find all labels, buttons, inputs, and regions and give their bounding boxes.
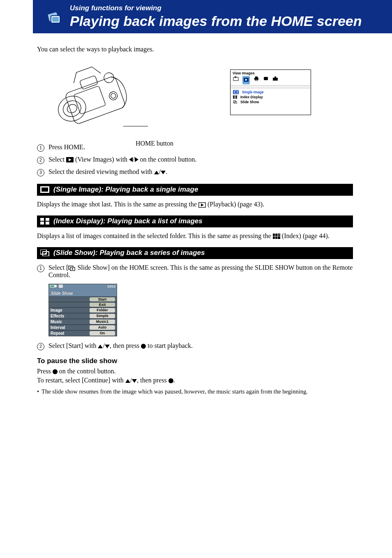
svg-rect-20 bbox=[255, 79, 258, 81]
svg-rect-56 bbox=[56, 285, 57, 287]
up-arrow-icon bbox=[98, 345, 103, 348]
svg-rect-27 bbox=[235, 95, 237, 97]
single-image-heading: (Single Image): Playing back a single im… bbox=[37, 184, 353, 196]
slide-row-effects: EffectsSimple bbox=[49, 313, 117, 319]
slide-show-inline-icon bbox=[68, 266, 76, 271]
svg-rect-57 bbox=[51, 285, 54, 287]
menu-item-single: Single Image bbox=[233, 90, 311, 95]
index-display-heading: (Index Display): Playing back a list of … bbox=[37, 215, 353, 227]
image-counter: 12/12 bbox=[107, 285, 115, 288]
camera-tab-icon bbox=[233, 76, 239, 81]
section-title: Using functions for viewing bbox=[70, 4, 392, 12]
svg-rect-42 bbox=[273, 234, 275, 236]
svg-rect-14 bbox=[233, 77, 238, 81]
pause-heading: To pause the slide show bbox=[37, 357, 353, 365]
svg-rect-38 bbox=[40, 218, 44, 221]
svg-rect-41 bbox=[46, 222, 49, 225]
svg-rect-26 bbox=[233, 95, 235, 97]
svg-rect-22 bbox=[273, 78, 278, 81]
up-arrow-icon bbox=[154, 171, 159, 174]
page-header: Using functions for viewing Playing back… bbox=[33, 0, 392, 33]
menu-title: View Images bbox=[233, 71, 255, 75]
slide-show-icon bbox=[40, 250, 49, 256]
svg-rect-58 bbox=[59, 285, 63, 288]
battery-icon bbox=[50, 285, 58, 288]
slide-menu-title: Slide Show bbox=[51, 291, 73, 296]
left-arrow-icon bbox=[129, 157, 133, 162]
svg-rect-15 bbox=[235, 76, 236, 78]
svg-rect-23 bbox=[274, 76, 276, 78]
main-steps: 1 Press HOME. 2 Select (View Images) wit… bbox=[37, 144, 353, 176]
step-3: 3 Select the desired viewing method with… bbox=[37, 168, 353, 176]
pause-note: • The slide show resumes from the image … bbox=[37, 388, 353, 395]
svg-rect-45 bbox=[279, 234, 279, 235]
svg-rect-43 bbox=[275, 234, 277, 236]
svg-rect-40 bbox=[40, 222, 44, 225]
card-icon bbox=[59, 285, 63, 288]
playback-icon bbox=[66, 157, 74, 162]
index-display-icon bbox=[40, 218, 49, 225]
step-1: 1 Press HOME. bbox=[37, 144, 353, 152]
slide-show-heading: (Slide Show): Playing back a series of i… bbox=[37, 247, 353, 259]
svg-rect-19 bbox=[255, 76, 258, 78]
svg-marker-37 bbox=[201, 204, 204, 206]
slide-show-settings-menu: 12/12 Slide Show Start Exit ImageFolder … bbox=[48, 284, 117, 336]
single-image-icon bbox=[40, 186, 49, 193]
section-icon bbox=[45, 8, 63, 26]
svg-rect-28 bbox=[233, 97, 235, 98]
svg-point-11 bbox=[108, 90, 119, 101]
svg-rect-25 bbox=[235, 91, 238, 93]
center-button-icon bbox=[141, 344, 146, 349]
up-arrow-icon bbox=[125, 379, 130, 383]
playback-outline-icon bbox=[198, 202, 206, 208]
slide-step-1: 1 Select [ Slide Show] on the HOME scree… bbox=[37, 264, 353, 279]
playback-tab-icon bbox=[243, 77, 249, 82]
slide-menu-rows: Start Exit ImageFolder EffectsSimple Mus… bbox=[49, 296, 117, 336]
index-icon bbox=[273, 234, 280, 239]
svg-rect-46 bbox=[273, 236, 275, 239]
pause-p1: Press on the control button. bbox=[37, 368, 353, 375]
slide-row-image: ImageFolder bbox=[49, 307, 117, 313]
toolbox-tab-icon bbox=[272, 76, 278, 81]
svg-rect-48 bbox=[278, 236, 280, 239]
slide-row-exit: Exit bbox=[49, 302, 117, 307]
index-display-body: Displays a list of images contained in t… bbox=[37, 232, 353, 240]
camera-illustration bbox=[45, 61, 148, 135]
home-button-label: HOME button bbox=[136, 140, 173, 147]
down-arrow-icon bbox=[105, 345, 110, 348]
center-button-icon bbox=[168, 378, 173, 383]
step-2: 2 Select (View Images) with / on the con… bbox=[37, 156, 353, 164]
pause-p2: To restart, select [Continue] with /, th… bbox=[37, 377, 353, 384]
slide-row-start: Start bbox=[49, 296, 117, 302]
down-arrow-icon bbox=[132, 379, 137, 383]
svg-rect-3 bbox=[52, 17, 59, 22]
svg-rect-39 bbox=[46, 218, 49, 221]
svg-point-7 bbox=[66, 103, 78, 114]
menu-tab-icons bbox=[231, 76, 311, 85]
svg-point-6 bbox=[61, 98, 83, 119]
intro-text: You can select the ways to playback imag… bbox=[37, 46, 353, 53]
slide-steps-2: 2 Select [Start] with /, then press to s… bbox=[37, 342, 353, 350]
svg-rect-35 bbox=[42, 188, 48, 192]
right-arrow-icon bbox=[135, 157, 138, 162]
svg-rect-21 bbox=[264, 77, 268, 80]
slide-row-interval: IntervalAuto bbox=[49, 324, 117, 330]
menu-item-index: Index Display bbox=[233, 95, 311, 100]
svg-rect-29 bbox=[235, 97, 237, 98]
svg-point-5 bbox=[55, 92, 89, 125]
print-tab-icon bbox=[254, 76, 259, 81]
svg-rect-9 bbox=[74, 86, 106, 114]
view-images-menu: View Images Single Image bbox=[230, 69, 311, 115]
slide-row-repeat: RepeatOn bbox=[49, 330, 117, 336]
svg-rect-47 bbox=[275, 236, 277, 239]
center-button-icon bbox=[53, 369, 58, 374]
down-arrow-icon bbox=[161, 171, 166, 174]
figure-row: View Images Single Image bbox=[45, 61, 353, 135]
page-title: Playing back images from the HOME screen bbox=[70, 13, 392, 29]
slide-row-music: MusicMusic1 bbox=[49, 319, 117, 324]
single-image-body: Displays the image shot last. This is th… bbox=[37, 201, 353, 208]
manage-tab-icon bbox=[263, 76, 269, 81]
slide-step-2: 2 Select [Start] with /, then press to s… bbox=[37, 342, 353, 350]
slide-steps: 1 Select [ Slide Show] on the HOME scree… bbox=[37, 264, 353, 279]
svg-point-12 bbox=[110, 93, 116, 99]
